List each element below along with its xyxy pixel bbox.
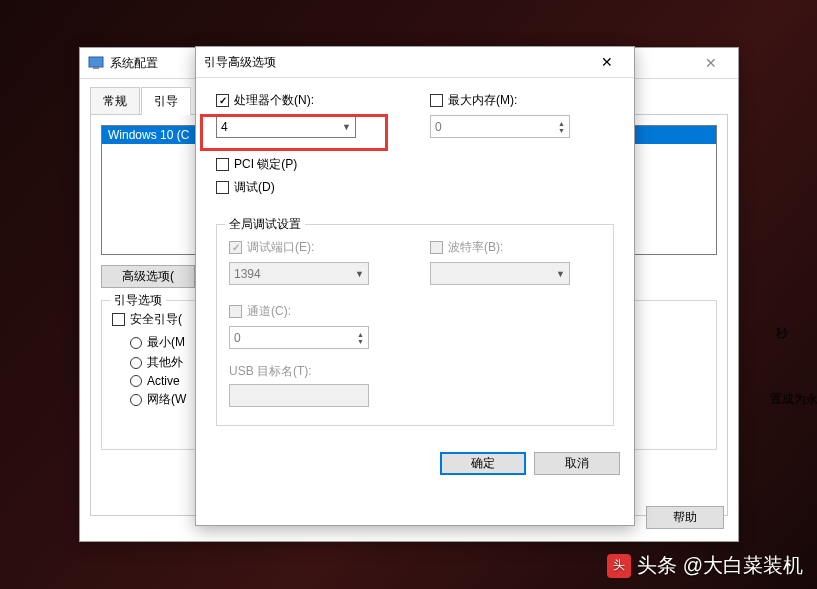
truncated-permanent: 置成为永久设置 xyxy=(770,391,817,408)
checkbox-icon xyxy=(216,158,229,171)
debug-checkbox[interactable]: 调试(D) xyxy=(216,179,614,196)
watermark-author: @大白菜装机 xyxy=(683,552,803,579)
global-debug-group: 全局调试设置 调试端口(E): 1394 ▼ 波特率(B): xyxy=(216,224,614,426)
debug-port-checkbox: 调试端口(E): xyxy=(229,239,400,256)
watermark-prefix: 头条 xyxy=(637,552,677,579)
usb-target-label: USB 目标名(T): xyxy=(229,363,601,380)
cancel-button[interactable]: 取消 xyxy=(534,452,620,475)
checkbox-icon xyxy=(430,241,443,254)
spinner-buttons: ▲▼ xyxy=(357,331,364,345)
msconfig-icon xyxy=(88,55,104,71)
global-debug-title: 全局调试设置 xyxy=(225,216,305,233)
parent-buttons: 帮助 xyxy=(632,494,738,541)
checkbox-icon xyxy=(229,241,242,254)
svg-rect-0 xyxy=(89,57,103,67)
truncated-seconds: 秒 xyxy=(776,325,788,342)
processors-combo[interactable]: 4 ▼ xyxy=(216,115,356,138)
chevron-down-icon: ▼ xyxy=(355,269,364,279)
checkbox-icon xyxy=(112,313,125,326)
watermark: 头 头条 @大白菜装机 xyxy=(607,552,803,579)
processors-checkbox[interactable]: 处理器个数(N): xyxy=(216,92,400,109)
dialog-buttons: 确定 取消 xyxy=(196,440,634,487)
radio-icon xyxy=(130,357,142,369)
checkbox-icon xyxy=(229,305,242,318)
ok-button[interactable]: 确定 xyxy=(440,452,526,475)
radio-icon xyxy=(130,394,142,406)
checkbox-icon xyxy=(216,181,229,194)
chevron-down-icon: ▼ xyxy=(556,269,565,279)
dialog-body: 处理器个数(N): 4 ▼ 最大内存(M): 0 ▲▼ xyxy=(196,78,634,440)
chevron-down-icon: ▼ xyxy=(342,122,351,132)
boot-advanced-dialog: 引导高级选项 ✕ 处理器个数(N): 4 ▼ 最大内存(M): xyxy=(195,46,635,526)
help-button[interactable]: 帮助 xyxy=(646,506,724,529)
debug-port-combo: 1394 ▼ xyxy=(229,262,369,285)
spinner-buttons: ▲▼ xyxy=(558,120,565,134)
svg-rect-1 xyxy=(93,67,99,69)
tab-general[interactable]: 常规 xyxy=(90,87,140,115)
parent-close-button[interactable]: ✕ xyxy=(688,48,734,78)
dialog-titlebar: 引导高级选项 ✕ xyxy=(196,47,634,78)
channel-checkbox: 通道(C): xyxy=(229,303,601,320)
checkbox-icon xyxy=(216,94,229,107)
checkbox-icon xyxy=(430,94,443,107)
advanced-options-button[interactable]: 高级选项( xyxy=(101,265,195,288)
radio-icon xyxy=(130,337,142,349)
baud-combo: ▼ xyxy=(430,262,570,285)
maxmem-checkbox[interactable]: 最大内存(M): xyxy=(430,92,614,109)
tab-boot[interactable]: 引导 xyxy=(141,87,191,115)
baud-checkbox: 波特率(B): xyxy=(430,239,601,256)
boot-options-title: 引导选项 xyxy=(110,292,166,309)
maxmem-spinner: 0 ▲▼ xyxy=(430,115,570,138)
dialog-close-button[interactable]: ✕ xyxy=(584,47,630,77)
pci-lock-checkbox[interactable]: PCI 锁定(P) xyxy=(216,156,614,173)
radio-icon xyxy=(130,375,142,387)
usb-target-textbox xyxy=(229,384,369,407)
toutiao-icon: 头 xyxy=(607,554,631,578)
dialog-title: 引导高级选项 xyxy=(204,54,584,71)
channel-spinner: 0 ▲▼ xyxy=(229,326,369,349)
